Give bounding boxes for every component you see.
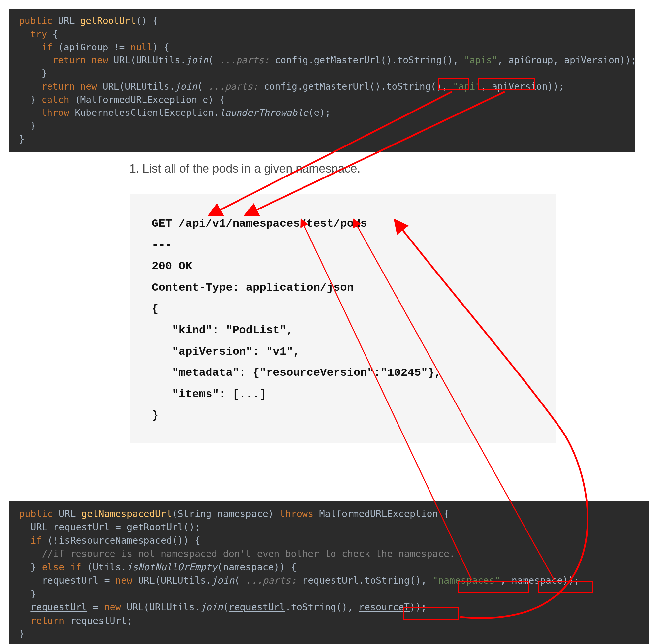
t: .toString(), (285, 602, 359, 613)
t: ) { (153, 42, 170, 53)
fn-join: join (175, 81, 197, 92)
t: URL(URLUtils. (108, 55, 186, 66)
hint: ...parts: (202, 81, 258, 92)
t: } (19, 134, 25, 145)
t: URL(URLUtils. (132, 575, 211, 586)
u: requestUrl (42, 575, 98, 586)
t: (MalformedURLException e) { (69, 94, 225, 105)
t: config.getMasterUrl().toString(), (270, 55, 464, 66)
t: } (41, 68, 47, 79)
kw-if: if (41, 42, 52, 53)
kw-public: public (19, 508, 53, 519)
fn-getnamespacedurl: getNamespacedUrl (81, 508, 172, 519)
t: () { (136, 15, 158, 26)
str: "apis" (464, 55, 498, 66)
http-block: GET /api/v1/namespaces/test/pods --- 200… (130, 194, 556, 443)
t: ; (127, 615, 132, 626)
u-resourcet: resourceT (359, 602, 410, 613)
t: KubernetesClientException. (69, 107, 219, 118)
t: = (87, 602, 104, 613)
t: MalformedURLException { (314, 508, 449, 519)
kw-public: public (19, 15, 52, 26)
page: public URL getRootUrl() { try { if (apiG… (0, 0, 668, 644)
kw-try: try (30, 29, 47, 40)
box-apiversion (478, 78, 535, 90)
heading-text: 1. List all of the pods in a given names… (129, 162, 360, 176)
t: (String namespace) (172, 508, 279, 519)
box-namespace (538, 581, 593, 593)
fn-join: join (186, 55, 208, 66)
kw-new: new (104, 602, 121, 613)
kw-if: if (30, 535, 42, 546)
t: .toString(), (359, 575, 432, 586)
u: requestUrl (229, 602, 285, 613)
fn-join: join (200, 602, 223, 613)
comment: //if resource is not namespaced don't ev… (42, 548, 455, 559)
kw-return: return new (52, 55, 108, 66)
kw-catch: catch (41, 94, 69, 105)
t: (apiGroup != (52, 42, 130, 53)
t: URL(URLUtils. (97, 81, 175, 92)
kw-elseif: else if (42, 562, 81, 573)
t: } (30, 120, 36, 131)
t: } (30, 562, 42, 573)
kw-null: null (130, 42, 152, 53)
t: { (47, 29, 58, 40)
u: requestUrl (53, 522, 110, 533)
hint: ...parts: (240, 575, 297, 586)
u: requestUrl (297, 575, 359, 586)
code-block-top: public URL getRootUrl() { try { if (apiG… (9, 9, 635, 152)
u: requestUrl (64, 615, 127, 626)
fn: isNotNullOrEmpty (127, 562, 217, 573)
t: (namespace)) { (217, 562, 297, 573)
t: } (30, 94, 42, 105)
code-block-bottom: public URL getNamespacedUrl(String names… (9, 501, 649, 644)
box-resourcet (404, 608, 458, 620)
t: URL (58, 15, 75, 26)
t: = getRootUrl(); (110, 522, 200, 533)
t: URL(URLUtils. (121, 602, 200, 613)
fn-launder: launderThrowable (219, 107, 308, 118)
t: (Utils. (81, 562, 127, 573)
box-api (438, 78, 469, 90)
t: URL (30, 522, 53, 533)
t: config.getMasterUrl().toString(), (258, 81, 453, 92)
t: (!isResourceNamespaced()) { (42, 535, 200, 546)
u: requestUrl (30, 602, 87, 613)
t: } (19, 629, 25, 639)
fn-getrooturl: getRootUrl (80, 15, 136, 26)
t: } (30, 588, 36, 599)
t: (e); (308, 107, 331, 118)
t: = (98, 575, 115, 586)
t: , apiGroup, apiVersion)); (498, 55, 636, 66)
hint: ...parts: (214, 55, 270, 66)
kw-throw: throw (41, 107, 69, 118)
kw-throws: throws (279, 508, 314, 519)
box-namespaces (458, 581, 529, 593)
kw-return: return new (41, 81, 97, 92)
kw-new: new (116, 575, 132, 586)
t: URL (53, 508, 81, 519)
t: ( (223, 602, 229, 613)
kw-return: return (30, 615, 64, 626)
fn-join: join (211, 575, 234, 586)
